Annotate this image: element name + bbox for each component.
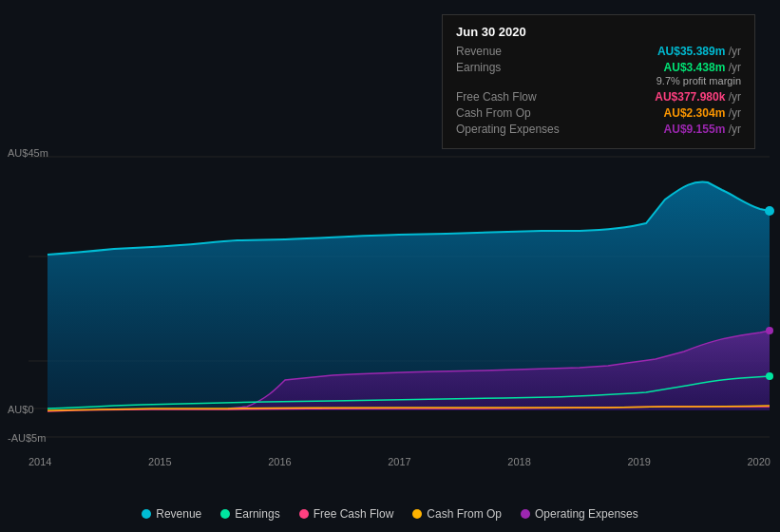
chart-legend: Revenue Earnings Free Cash Flow Cash Fro… [0, 507, 780, 521]
tooltip-profit-margin: 9.7% profit margin [456, 75, 741, 86]
tooltip-revenue-row: Revenue AU$35.389m /yr [456, 45, 741, 58]
tooltip-fcf-label: Free Cash Flow [456, 90, 537, 104]
y-axis-top: AU$45m [8, 147, 48, 159]
x-label-2014: 2014 [29, 456, 51, 467]
tooltip-opex-value: AU$9.155m /yr [664, 123, 741, 136]
legend-opex[interactable]: Operating Expenses [521, 507, 638, 521]
legend-cashfromop[interactable]: Cash From Op [412, 507, 502, 521]
legend-label-revenue: Revenue [156, 507, 201, 521]
tooltip-cashfromop-value: AU$2.304m /yr [664, 106, 741, 120]
tooltip-revenue-value: AU$35.389m /yr [657, 45, 741, 58]
y-axis-neg: -AU$5m [8, 432, 46, 444]
x-axis: 2014 2015 2016 2017 2018 2019 2020 [29, 456, 770, 467]
legend-earnings[interactable]: Earnings [220, 507, 279, 521]
legend-dot-opex [521, 509, 530, 519]
legend-label-earnings: Earnings [235, 507, 279, 521]
tooltip-earnings-label: Earnings [456, 61, 501, 74]
legend-dot-cashfromop [412, 509, 422, 519]
chart-container: AU$45m AU$0 -AU$5m 2014 2015 2016 2017 2… [0, 0, 780, 532]
tooltip-earnings-value: AU$3.438m /yr [664, 61, 741, 74]
legend-dot-earnings [220, 509, 230, 519]
tooltip-date: Jun 30 2020 [456, 25, 741, 39]
tooltip-cashfromop-row: Cash From Op AU$2.304m /yr [456, 106, 741, 120]
tooltip-box: Jun 30 2020 Revenue AU$35.389m /yr Earni… [442, 14, 755, 149]
svg-point-5 [765, 206, 774, 216]
tooltip-cashfromop-label: Cash From Op [456, 106, 531, 120]
tooltip-opex-row: Operating Expenses AU$9.155m /yr [456, 123, 741, 136]
legend-fcf[interactable]: Free Cash Flow [299, 507, 394, 521]
x-label-2016: 2016 [268, 456, 291, 467]
svg-point-6 [766, 327, 773, 334]
x-label-2020: 2020 [747, 456, 770, 467]
svg-point-7 [766, 372, 773, 380]
x-label-2015: 2015 [148, 456, 171, 467]
tooltip-fcf-value: AU$377.980k /yr [655, 90, 741, 104]
tooltip-fcf-row: Free Cash Flow AU$377.980k /yr [456, 90, 741, 104]
legend-dot-fcf [299, 509, 309, 519]
x-label-2018: 2018 [507, 456, 530, 467]
legend-dot-revenue [142, 509, 151, 519]
x-label-2017: 2017 [388, 456, 410, 467]
legend-revenue[interactable]: Revenue [142, 507, 201, 521]
tooltip-revenue-label: Revenue [456, 45, 502, 58]
legend-label-cashfromop: Cash From Op [427, 507, 502, 521]
tooltip-opex-label: Operating Expenses [456, 123, 560, 136]
y-axis-mid: AU$0 [8, 404, 34, 415]
tooltip-earnings-row: Earnings AU$3.438m /yr [456, 61, 741, 74]
legend-label-opex: Operating Expenses [535, 507, 638, 521]
x-label-2019: 2019 [627, 456, 650, 467]
legend-label-fcf: Free Cash Flow [314, 507, 394, 521]
